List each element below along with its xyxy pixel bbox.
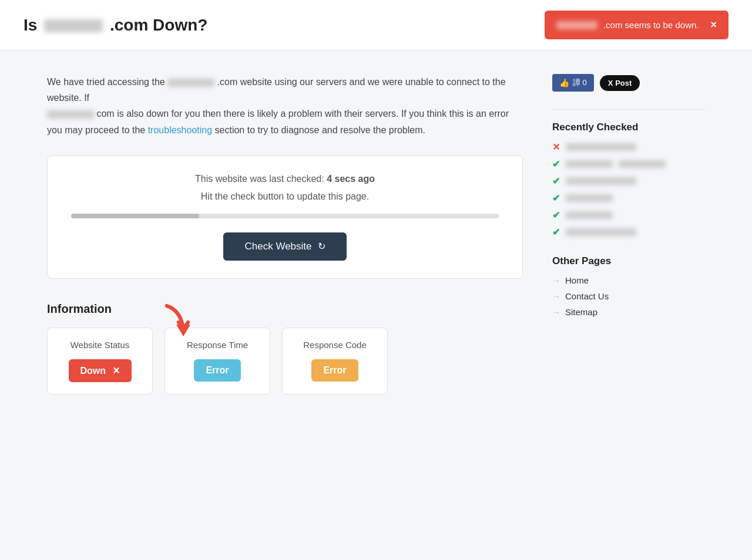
description-text: We have tried accessing the .com website…: [47, 74, 523, 138]
status-down-icon-1: ✕: [552, 141, 560, 153]
other-pages-title: Other Pages: [552, 255, 705, 267]
alert-domain-blurred: [556, 21, 597, 29]
checked-item-1: ✕: [552, 141, 705, 153]
svg-marker-0: [176, 325, 190, 336]
status-up-icon-4: ✔: [552, 193, 560, 204]
blurred-domain: [44, 19, 103, 32]
fb-like-label: 譚 0: [573, 77, 587, 88]
response-code-card: Response Code Error: [282, 328, 388, 394]
status-up-icon-5: ✔: [552, 210, 560, 221]
alert-close-button[interactable]: ×: [710, 19, 717, 31]
status-up-icon-2: ✔: [552, 158, 560, 170]
contact-us-link[interactable]: Contact Us: [565, 291, 609, 301]
website-status-card: Website Status Down ✕: [47, 328, 153, 394]
facebook-like-button[interactable]: 👍 譚 0: [552, 74, 594, 92]
sidebar-divider-1: [552, 109, 705, 110]
checked-site-3-blurred: [566, 177, 636, 185]
main-container: We have tried accessing the .com website…: [24, 50, 728, 418]
sitemap-link[interactable]: Sitemap: [565, 307, 597, 317]
arrow-right-icon-sitemap: →: [552, 308, 560, 317]
page-title: Is .com Down?: [24, 16, 207, 35]
badge-x-icon: ✕: [112, 366, 120, 376]
checked-item-3: ✔: [552, 176, 705, 187]
response-code-badge: Error: [311, 359, 358, 382]
information-title: Information: [47, 302, 523, 316]
info-cards: Website Status Down ✕ Response Time Erro…: [47, 328, 523, 394]
check-website-button[interactable]: Check Website ↻: [223, 232, 346, 261]
response-time-badge: Error: [194, 359, 240, 382]
checked-site-2b-blurred: [619, 160, 666, 168]
check-box: This website was last checked: 4 secs ag…: [47, 156, 523, 279]
thumbs-up-icon: 👍: [559, 78, 569, 87]
checked-item-4: ✔: [552, 193, 705, 204]
other-page-contact: → Contact Us: [552, 291, 705, 301]
header: Is .com Down? .com seems to be down. ×: [0, 0, 752, 50]
arrow-right-icon-home: →: [552, 276, 560, 285]
other-page-home: → Home: [552, 275, 705, 285]
refresh-icon: ↻: [318, 241, 325, 252]
social-buttons: 👍 譚 0 X Post: [552, 74, 705, 92]
troubleshooting-link[interactable]: troubleshooting: [148, 125, 212, 135]
checked-site-1-blurred: [566, 143, 636, 151]
checked-item-2: ✔: [552, 158, 705, 170]
status-up-icon-6: ✔: [552, 227, 560, 238]
last-checked-text: This website was last checked: 4 secs ag…: [71, 174, 499, 184]
sidebar: 👍 譚 0 X Post Recently Checked ✕ ✔ ✔: [552, 74, 705, 394]
arrow-right-icon-contact: →: [552, 292, 560, 301]
alert-text: .com seems to be down.: [603, 20, 699, 30]
information-section: Information Website Status Down ✕: [47, 302, 523, 394]
website-status-badge: Down ✕: [69, 359, 132, 382]
other-page-sitemap: → Sitemap: [552, 307, 705, 317]
other-pages-section: Other Pages → Home → Contact Us → Sitema…: [552, 255, 705, 317]
arrow-decoration: [153, 296, 200, 346]
checked-site-5-blurred: [566, 211, 613, 219]
checked-item-5: ✔: [552, 210, 705, 221]
blurred-domain-inline: [167, 79, 214, 87]
response-code-title: Response Code: [297, 340, 373, 350]
x-post-button[interactable]: X Post: [600, 75, 640, 91]
checked-item-6: ✔: [552, 227, 705, 238]
status-up-icon-3: ✔: [552, 176, 560, 187]
progress-bar-fill: [71, 214, 199, 218]
blurred-domain-inline2: [47, 110, 94, 119]
alert-banner: .com seems to be down. ×: [545, 11, 728, 39]
last-checked-time: 4 secs ago: [327, 174, 375, 184]
checked-site-6-blurred: [566, 228, 636, 236]
checked-site-2-blurred: [566, 160, 613, 168]
progress-bar: [71, 214, 499, 218]
website-status-title: Website Status: [62, 340, 138, 350]
recently-checked-section: Recently Checked ✕ ✔ ✔ ✔ ✔: [552, 122, 705, 238]
checked-site-4-blurred: [566, 194, 613, 202]
hit-text: Hit the check button to update this page…: [71, 191, 499, 202]
recently-checked-title: Recently Checked: [552, 122, 705, 133]
other-pages-list: → Home → Contact Us → Sitemap: [552, 275, 705, 317]
content-area: We have tried accessing the .com website…: [47, 74, 523, 394]
home-link[interactable]: Home: [565, 275, 589, 285]
